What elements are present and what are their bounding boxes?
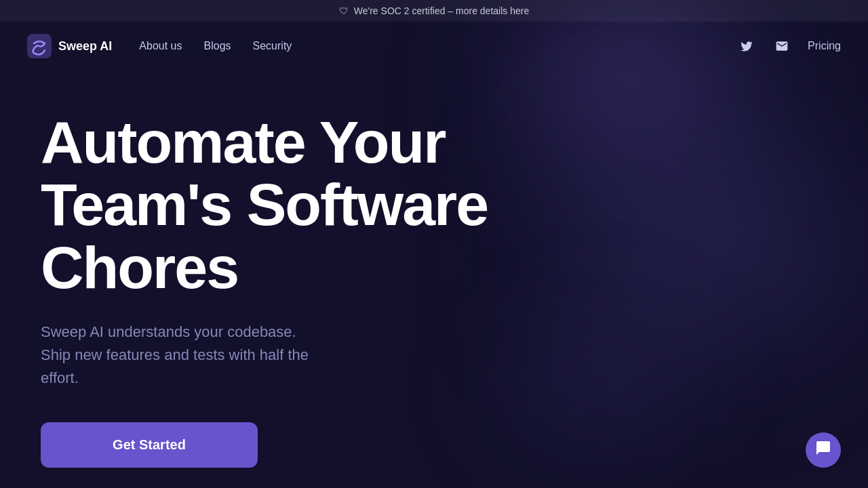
nav-blogs[interactable]: Blogs (204, 40, 231, 52)
hero-section: Automate Your Team's Software Chores Swe… (0, 70, 868, 468)
logo[interactable]: Sweep AI (27, 34, 112, 58)
shield-icon: 🛡 (339, 5, 349, 16)
hero-subtitle: Sweep AI understands your codebase. Ship… (41, 321, 312, 390)
logo-icon (27, 34, 52, 58)
nav-right: Pricing (737, 37, 841, 56)
nav-pricing[interactable]: Pricing (808, 40, 841, 52)
chat-icon (815, 440, 831, 460)
get-started-button[interactable]: Get Started (41, 422, 258, 468)
mail-icon (775, 39, 789, 53)
twitter-icon (740, 39, 753, 53)
hero-title: Automate Your Team's Software Chores (41, 111, 549, 299)
chat-bubble-button[interactable] (806, 432, 841, 468)
twitter-button[interactable] (737, 37, 756, 56)
navbar: Sweep AI About us Blogs Security Pricing (0, 22, 868, 70)
email-button[interactable] (772, 37, 791, 56)
soc2-banner: 🛡 We're SOC 2 certified – more details h… (0, 0, 868, 22)
nav-security[interactable]: Security (253, 40, 292, 52)
logo-text: Sweep AI (58, 39, 112, 54)
nav-about-us[interactable]: About us (139, 40, 182, 52)
nav-links: About us Blogs Security (139, 40, 737, 52)
banner-text[interactable]: We're SOC 2 certified – more details her… (354, 5, 529, 16)
